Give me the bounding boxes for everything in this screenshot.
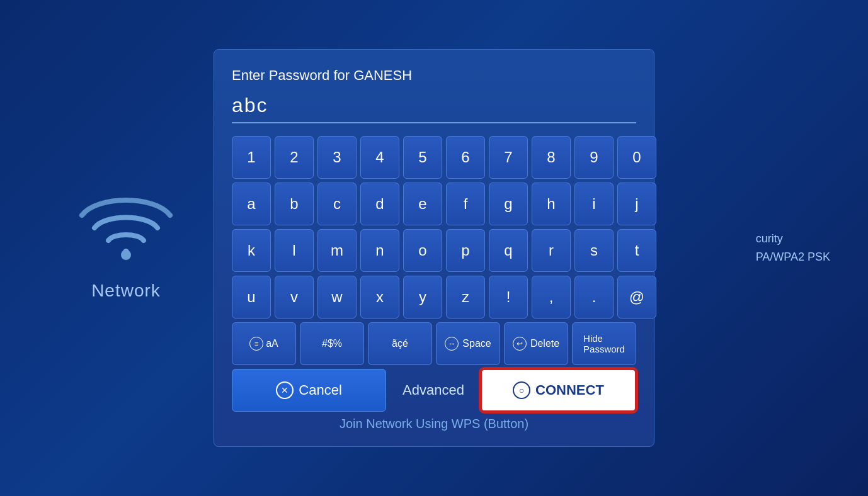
key-e[interactable]: e	[403, 183, 442, 225]
key-i[interactable]: i	[574, 183, 614, 225]
wifi-section: Network	[76, 195, 176, 301]
key-comma[interactable]: ,	[532, 276, 571, 318]
password-dialog: Enter Password for GANESH abc 1 2 3 4 5 …	[214, 49, 654, 447]
key-z[interactable]: z	[446, 276, 485, 318]
key-s[interactable]: s	[574, 229, 614, 272]
key-hide-password[interactable]: HidePassword	[572, 322, 636, 365]
bottom-buttons: ✕ Cancel Advanced ○ CONNECT	[232, 369, 636, 412]
key-5[interactable]: 5	[403, 136, 442, 179]
key-j[interactable]: j	[617, 183, 656, 225]
key-o[interactable]: o	[403, 229, 442, 272]
cancel-label: Cancel	[299, 382, 341, 398]
network-label: Network	[91, 281, 161, 301]
connect-label: CONNECT	[535, 382, 604, 398]
keyboard: 1 2 3 4 5 6 7 8 9 0 a b c d e f g h i j …	[232, 136, 636, 365]
password-field: abc	[232, 94, 636, 123]
key-space[interactable]: ↔ Space	[436, 322, 500, 365]
key-a[interactable]: a	[232, 183, 271, 225]
key-p[interactable]: p	[446, 229, 485, 272]
wps-button-label: Join Network Using WPS (Button)	[232, 417, 636, 431]
key-d[interactable]: d	[360, 183, 399, 225]
advanced-button[interactable]: Advanced	[390, 369, 477, 412]
connect-icon: ○	[513, 381, 530, 399]
key-w[interactable]: w	[317, 276, 357, 318]
key-x[interactable]: x	[360, 276, 399, 318]
key-c[interactable]: c	[317, 183, 357, 225]
wifi-icon	[76, 195, 176, 271]
key-at[interactable]: @	[617, 276, 656, 318]
key-l[interactable]: l	[275, 229, 314, 272]
key-m[interactable]: m	[317, 229, 357, 272]
key-9[interactable]: 9	[574, 136, 614, 179]
key-3[interactable]: 3	[317, 136, 357, 179]
key-k[interactable]: k	[232, 229, 271, 272]
key-b[interactable]: b	[275, 183, 314, 225]
connect-button[interactable]: ○ CONNECT	[481, 369, 636, 412]
key-delete[interactable]: ↩ Delete	[504, 322, 568, 365]
key-g[interactable]: g	[489, 183, 528, 225]
key-row-special: ≡ aA #$% ãçé ↔ Space ↩ Delete HidePasswo…	[232, 322, 636, 365]
key-accents[interactable]: ãçé	[368, 322, 432, 365]
key-row-u-at: u v w x y z ! , . @	[232, 276, 636, 318]
key-f[interactable]: f	[446, 183, 485, 225]
key-v[interactable]: v	[275, 276, 314, 318]
security-section: curity PA/WPA2 PSK	[756, 230, 830, 266]
cancel-icon: ✕	[276, 381, 294, 399]
key-row-numbers: 1 2 3 4 5 6 7 8 9 0	[232, 136, 636, 179]
key-row-a-j: a b c d e f g h i j	[232, 183, 636, 225]
key-1[interactable]: 1	[232, 136, 271, 179]
key-4[interactable]: 4	[360, 136, 399, 179]
key-u[interactable]: u	[232, 276, 271, 318]
key-y[interactable]: y	[403, 276, 442, 318]
key-t[interactable]: t	[617, 229, 656, 272]
cancel-button[interactable]: ✕ Cancel	[232, 369, 386, 412]
key-r[interactable]: r	[532, 229, 571, 272]
key-2[interactable]: 2	[275, 136, 314, 179]
key-row-k-t: k l m n o p q r s t	[232, 229, 636, 272]
security-label2: PA/WPA2 PSK	[756, 248, 830, 266]
password-value: abc	[232, 94, 636, 117]
security-label1: curity	[756, 230, 830, 248]
dialog-title: Enter Password for GANESH	[232, 67, 636, 84]
key-symbols[interactable]: #$%	[300, 322, 364, 365]
svg-point-0	[121, 250, 131, 260]
key-8[interactable]: 8	[532, 136, 571, 179]
key-period[interactable]: .	[574, 276, 614, 318]
key-exclaim[interactable]: !	[489, 276, 528, 318]
advanced-label: Advanced	[403, 382, 464, 398]
key-7[interactable]: 7	[489, 136, 528, 179]
key-n[interactable]: n	[360, 229, 399, 272]
key-6[interactable]: 6	[446, 136, 485, 179]
key-h[interactable]: h	[532, 183, 571, 225]
key-0[interactable]: 0	[617, 136, 656, 179]
key-q[interactable]: q	[489, 229, 528, 272]
key-case-toggle[interactable]: ≡ aA	[232, 322, 296, 365]
